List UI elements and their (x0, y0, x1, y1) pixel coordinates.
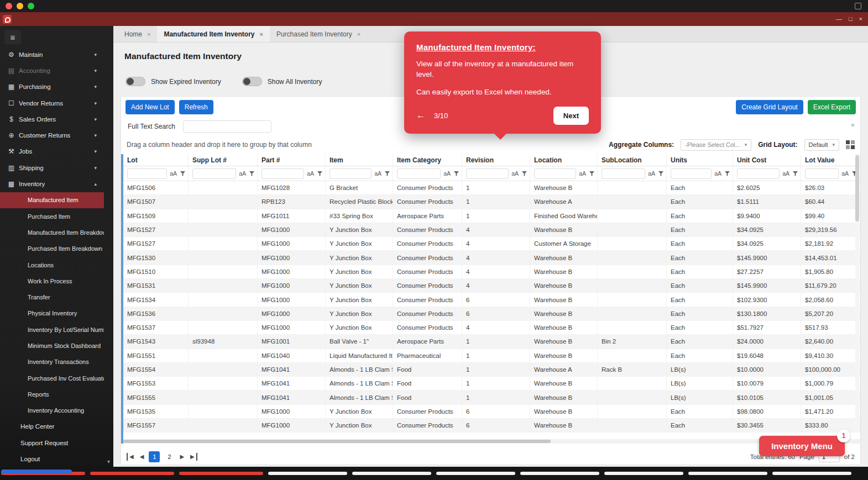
full-text-search-input[interactable] (183, 120, 271, 133)
scrollbar-thumb[interactable] (123, 440, 551, 443)
toggle-switch[interactable] (242, 77, 262, 86)
column-header-sublocation[interactable]: SubLocation (598, 154, 667, 166)
horizontal-scrollbar[interactable] (123, 439, 860, 444)
sidebar-item-vendor-returns[interactable]: ☐Vendor Returns▾ (0, 95, 113, 111)
filter-icon[interactable] (249, 171, 255, 177)
pager-page-1[interactable]: 1 (149, 451, 160, 462)
sidebar-item-sales-orders[interactable]: $Sales Orders▾ (0, 111, 113, 127)
table-row[interactable]: MFG1554MFG1041Almonds - 1 LB Clam SFood1… (123, 363, 860, 377)
sidebar-item-jobs[interactable]: ⚒Jobs▾ (0, 144, 113, 160)
filter-icon[interactable] (521, 171, 527, 177)
toggle-show-all-inventory[interactable]: Show All Inventory (242, 77, 322, 86)
pager-page-2[interactable]: 2 (164, 451, 175, 462)
scrollbar-thumb[interactable] (855, 155, 859, 221)
filter-input-revision[interactable] (466, 168, 509, 179)
sidebar-item-inventory-by-lot-serial-numb[interactable]: Inventory By Lot/Serial Numb (0, 321, 104, 337)
table-row[interactable]: MFG1530MFG1000Y Junction BoxConsumer Pro… (123, 251, 860, 265)
grid-layout-icon[interactable] (846, 140, 855, 149)
restore-icon[interactable]: □ (849, 16, 853, 22)
pager-next-icon[interactable]: ▶ (179, 453, 185, 461)
filter-input-sublocation[interactable] (602, 168, 645, 179)
sidebar-item-purchasing[interactable]: ▦Purchasing▾ (0, 79, 113, 95)
pager-prev-icon[interactable]: ◀ (139, 453, 145, 461)
filter-input-part[interactable] (262, 168, 304, 179)
table-row[interactable]: MFG1510MFG1000Y Junction BoxConsumer Pro… (123, 265, 860, 279)
case-sensitive-toggle[interactable]: aA (579, 170, 586, 177)
filter-input-item-category[interactable] (397, 168, 441, 179)
sidebar-item-manufactured-item[interactable]: Manufactured Item (0, 192, 104, 208)
table-row[interactable]: MFG1537MFG1000Y Junction BoxConsumer Pro… (123, 321, 860, 335)
case-sensitive-toggle[interactable]: aA (307, 170, 314, 177)
table-row[interactable]: MFG1535MFG1000Y Junction BoxConsumer Pro… (123, 405, 860, 419)
sidebar-item-work-in-process[interactable]: Work In Process (0, 273, 104, 289)
column-header-location[interactable]: Location (530, 154, 598, 166)
filter-icon[interactable] (453, 171, 459, 177)
tab-home[interactable]: Home× (118, 26, 157, 42)
column-header-unit-cost[interactable]: Unit Cost (733, 154, 801, 166)
panel-close-icon[interactable]: × (850, 121, 855, 129)
toggle-switch[interactable] (126, 77, 145, 86)
case-sensitive-toggle[interactable]: aA (170, 170, 177, 177)
case-sensitive-toggle[interactable]: aA (374, 170, 381, 177)
filter-input-location[interactable] (534, 168, 576, 179)
table-row[interactable]: MFG1555MFG1041Almonds - 1 LB Clam SFood1… (123, 391, 860, 404)
filter-icon[interactable] (658, 171, 664, 177)
toggle-show-expired-inventory[interactable]: Show Expired Inventory (126, 77, 221, 86)
minimize-icon[interactable]: — (836, 16, 842, 22)
filter-icon[interactable] (180, 171, 186, 177)
column-header-item-category[interactable]: Item Category (393, 154, 462, 166)
macos-minimize-button[interactable] (17, 3, 23, 9)
case-sensitive-toggle[interactable]: aA (511, 170, 519, 177)
column-header-item[interactable]: Item (326, 154, 393, 166)
table-row[interactable]: MFG1507RPB123Recycled Plastic BlockConsu… (123, 195, 860, 209)
filter-icon[interactable] (792, 171, 798, 177)
case-sensitive-toggle[interactable]: aA (239, 170, 246, 177)
macos-close-button[interactable] (6, 3, 12, 9)
table-row[interactable]: MFG1506MFG1028G BracketConsumer Products… (123, 181, 860, 195)
sidebar-item-purchased-inv-cost-evaluator[interactable]: Purchased Inv Cost Evaluator (0, 370, 104, 386)
back-arrow-icon[interactable]: ← (416, 110, 425, 120)
pager-last-icon[interactable]: ▶ (189, 453, 197, 461)
table-row[interactable]: MFG1509MFG1011#33 Spring BoxAerospace Pa… (123, 209, 860, 223)
filter-icon[interactable] (317, 171, 323, 177)
aggregate-columns-select[interactable]: -Please Select Col... ▾ (681, 139, 751, 151)
filter-icon[interactable] (724, 171, 730, 177)
case-sensitive-toggle[interactable]: aA (782, 170, 789, 177)
filter-input-units[interactable] (671, 168, 712, 179)
tab-purchased-item-inventory[interactable]: Purchased Item Inventory× (270, 26, 367, 42)
sidebar-item-inventory[interactable]: ▩Inventory▴ (0, 176, 113, 192)
table-row[interactable]: MFG1536MFG1000Y Junction BoxConsumer Pro… (123, 307, 860, 321)
sidebar-item-maintain[interactable]: ⚙Maintain▾ (0, 46, 113, 62)
column-header-part[interactable]: Part # (258, 154, 326, 166)
sidebar-item-transfer[interactable]: Transfer (0, 289, 104, 305)
create-grid-layout-button[interactable]: Create Grid Layout (736, 100, 803, 114)
table-row[interactable]: MFG1534MFG1000Y Junction BoxConsumer Pro… (123, 293, 860, 307)
add-new-lot-button[interactable]: Add New Lot (126, 100, 175, 114)
menu-icon[interactable]: ≡ (4, 30, 21, 44)
column-header-revision[interactable]: Revision (462, 154, 530, 166)
tab-close-icon[interactable]: × (259, 31, 263, 38)
filter-icon[interactable] (384, 171, 390, 177)
filter-input-lot-value[interactable] (805, 168, 839, 179)
case-sensitive-toggle[interactable]: aA (841, 170, 849, 177)
sidebar-item-physical-inventory[interactable]: Physical Inventory (0, 305, 104, 321)
filter-input-supp-lot[interactable] (192, 168, 236, 179)
table-row[interactable]: MFG1527MFG1000Y Junction BoxConsumer Pro… (123, 237, 860, 251)
sidebar-item-reports[interactable]: Reports (0, 386, 104, 402)
sidebar-item-locations[interactable]: Locations (0, 257, 104, 273)
column-header-lot-value[interactable]: Lot Value (801, 154, 860, 166)
sidebar-item-minimum-stock-dashboard[interactable]: Minimum Stock Dashboard (0, 337, 104, 354)
table-row[interactable]: MFG1543sl93948MFG1001Ball Valve - 1"Aero… (123, 335, 860, 349)
tab-manufactured-item-inventory[interactable]: Manufactured Item Inventory× (157, 26, 269, 42)
case-sensitive-toggle[interactable]: aA (714, 170, 721, 177)
case-sensitive-toggle[interactable]: aA (443, 170, 451, 177)
sidebar-item-help-center[interactable]: Help Center (0, 419, 113, 435)
excel-export-button[interactable]: Excel Export (808, 100, 856, 114)
sidebar-item-manufactured-item-breakdow[interactable]: Manufactured Item Breakdow (0, 224, 104, 240)
fullscreen-icon[interactable] (855, 3, 861, 9)
table-row[interactable]: MFG1557MFG1000Y Junction BoxConsumer Pro… (123, 419, 860, 432)
tab-close-icon[interactable]: × (357, 31, 360, 38)
column-header-lot[interactable]: Lot (123, 154, 189, 166)
sidebar-item-purchased-item-breakdown[interactable]: Purchased Item Breakdown (0, 241, 104, 257)
sidebar-item-logout[interactable]: Logout (0, 451, 113, 467)
